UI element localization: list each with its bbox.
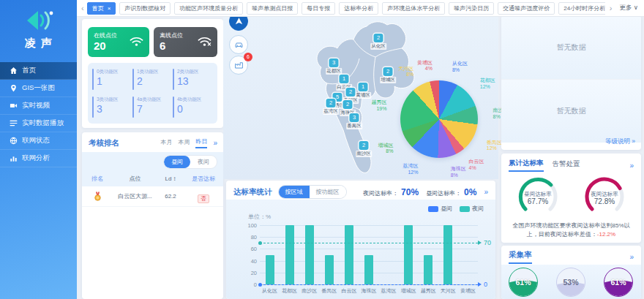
map-marker-白云区[interactable]: 1 <box>340 75 349 83</box>
svg-text:67.7%: 67.7% <box>528 197 548 205</box>
tabs-scroll-right-icon[interactable]: › <box>610 4 613 12</box>
toggle-昼间[interactable]: 昼间 <box>164 156 190 168</box>
tab-达标率分析[interactable]: 达标率分析 <box>339 2 378 15</box>
map-marker-从化区[interactable]: 2 <box>374 34 383 42</box>
ranking-title: 考核排名 <box>89 138 119 148</box>
tab-label: 首页 <box>92 4 104 12</box>
cumulative-rate-card: 累计达标率告警处置» 昼间达标率67.7%夜间达标率72.8% 全国声环境功能区… <box>501 154 641 243</box>
map-panel: 6 2从化区3花都区2增城区1白云区1黄埔区2天河区5越秀区2荔湾区2海珠区3番… <box>223 16 498 179</box>
zone-stat-4b类功能区: 4b类功能区0 <box>173 96 213 118</box>
bar-夜间-南沙区 <box>305 225 314 284</box>
collection-value: 53% <box>557 278 585 287</box>
x-axis-label-番禺区: 番禺区 <box>319 287 339 295</box>
zone-accent-bar <box>173 69 174 90</box>
cumulative-more-icon[interactable]: » <box>629 162 634 170</box>
ranking-tab-本周[interactable]: 本周 <box>178 138 190 148</box>
bar-夜间-从化区 <box>266 255 274 285</box>
tab-label: 噪声单测点日报 <box>252 4 293 12</box>
reference-arrow <box>478 241 482 245</box>
tab-label: 声环境总体水平分析 <box>387 4 440 12</box>
ranking-range-tabs: 本月本周昨日 <box>160 137 207 148</box>
gold-medal-icon <box>93 192 102 202</box>
playlist-icon <box>10 119 18 127</box>
close-icon[interactable]: × <box>108 5 111 12</box>
sidebar-item-实时数据播放[interactable]: 实时数据播放 <box>0 115 77 132</box>
tabs-scroll-left-icon[interactable]: ‹ <box>81 4 84 12</box>
bar-夜间-天河区 <box>443 225 452 284</box>
ranking-more-icon[interactable]: » <box>213 139 217 147</box>
tab-label: 达标率分析 <box>344 4 373 12</box>
reference-dot <box>258 241 262 245</box>
zone-accent-bar <box>92 96 94 118</box>
zone-value: 7 <box>137 103 161 115</box>
offline-points-card: 离线点位 6 <box>154 27 217 57</box>
collection-circles: 61%53%61% <box>501 265 641 299</box>
map-marker-天河区[interactable]: 2 <box>346 88 356 96</box>
tab-交通噪声强度评价[interactable]: 交通噪声强度评价 <box>498 2 555 15</box>
sidebar-item-GIS一张图[interactable]: GIS一张图 <box>0 80 77 97</box>
map-marker-label: 荔湾区 <box>323 108 339 115</box>
tab-首页[interactable]: 首页× <box>87 2 116 15</box>
sidebar: 凌声 首页GIS一张图实时视频实时数据播放联网状态联网分析 <box>0 0 77 299</box>
network-analysis-icon <box>10 154 18 162</box>
tab-声识别数据核对[interactable]: 声识别数据核对 <box>119 2 171 15</box>
tab-每日专报[interactable]: 每日专报 <box>302 2 335 15</box>
sidebar-item-label: 实时数据播放 <box>22 118 64 128</box>
tab-声环境总体水平分析[interactable]: 声环境总体水平分析 <box>382 2 445 15</box>
gauge-昼间达标率: 昼间达标率67.7% <box>507 175 569 220</box>
no-data-text: 暂无数据 <box>557 106 586 116</box>
sidebar-item-联网分析[interactable]: 联网分析 <box>0 150 77 167</box>
sidebar-item-联网状态[interactable]: 联网状态 <box>0 132 77 150</box>
day-night-toggle: 昼间夜间 <box>163 155 217 169</box>
tab-label: 24小时时序分析 <box>564 4 604 12</box>
tab-噪声污染日历[interactable]: 噪声污染日历 <box>449 2 494 15</box>
map-marker-花都区[interactable]: 3 <box>329 58 339 67</box>
tab-累计达标率[interactable]: 累计达标率 <box>509 159 544 172</box>
video-icon <box>10 102 18 110</box>
tabs-more-menu[interactable]: 更多 ∨ <box>619 4 638 12</box>
bar-夜间-海珠区 <box>364 255 373 285</box>
level-description-link[interactable]: 等级说明 » <box>605 137 635 146</box>
noise-monitoring-dashboard: 凌声 首页GIS一张图实时视频实时数据播放联网状态联网分析 ‹ 首页×声识别数据… <box>0 0 644 299</box>
sidebar-item-实时视频[interactable]: 实时视频 <box>0 97 77 115</box>
sidebar-item-首页[interactable]: 首页 <box>0 62 77 80</box>
tab-功能区声环境质量分析[interactable]: 功能区声环境质量分析 <box>174 2 243 15</box>
table-row[interactable]: 白云区大源...62.2否 <box>82 186 223 207</box>
map-marker-番禺区[interactable]: 3 <box>350 113 359 122</box>
svg-text:昼间达标率: 昼间达标率 <box>524 191 552 197</box>
collection-rate-card: 采集率 » 61%53%61% <box>501 246 641 299</box>
sidebar-item-label: 实时视频 <box>22 101 50 110</box>
tab-24小时时序分析[interactable]: 24小时时序分析 <box>558 2 604 15</box>
map-marker-南沙区[interactable]: 2 <box>359 141 369 150</box>
x-axis-label-南沙区: 南沙区 <box>299 287 319 295</box>
tab-告警处置[interactable]: 告警处置 <box>553 159 580 171</box>
ranking-tab-本月[interactable]: 本月 <box>160 138 172 148</box>
tab-label: 功能区声环境质量分析 <box>179 4 238 12</box>
function-zone-stats: 0类功能区11类功能区22类功能区133类功能区34a类功能区74b类功能区0 <box>88 63 217 124</box>
map-marker-label: 南沙区 <box>356 151 372 157</box>
collection-more-icon[interactable]: » <box>629 253 634 261</box>
toggle-夜间[interactable]: 夜间 <box>190 156 217 168</box>
bar-夜间-花都区 <box>285 225 294 284</box>
gauge-夜间达标率: 夜间达标率72.8% <box>574 175 635 220</box>
reference-line-0 <box>260 284 478 285</box>
sidebar-item-label: 联网分析 <box>22 154 50 163</box>
tab-噪声单测点日报[interactable]: 噪声单测点日报 <box>247 2 298 15</box>
map-pin-icon <box>10 84 18 92</box>
x-axis-label-荔湾区: 荔湾区 <box>379 287 399 295</box>
map-marker-增城区[interactable]: 2 <box>383 67 393 76</box>
map-marker-黄埔区[interactable]: 1 <box>359 83 368 91</box>
app-logo: 凌声 <box>0 0 77 50</box>
map-marker-海珠区[interactable]: 2 <box>343 100 353 109</box>
map-marker-荔湾区[interactable]: 2 <box>326 99 336 107</box>
column-header-Ld[interactable]: Ld ↕ <box>157 175 184 182</box>
map-marker-label: 从化区 <box>370 43 386 50</box>
ranking-tab-昨日[interactable]: 昨日 <box>195 137 207 148</box>
x-axis-label-花都区: 花都区 <box>280 287 299 295</box>
app-name: 凌声 <box>0 37 77 50</box>
tab-label: 交通噪声强度评价 <box>503 4 550 12</box>
zone-label: 0类功能区 <box>97 69 119 75</box>
bar-chart: 020406080100从化区花都区南沙区番禺区白云区海珠区荔湾区增城区越秀区天… <box>226 181 495 299</box>
reference-line-70 <box>260 243 478 243</box>
zone-accent-bar <box>173 96 174 118</box>
